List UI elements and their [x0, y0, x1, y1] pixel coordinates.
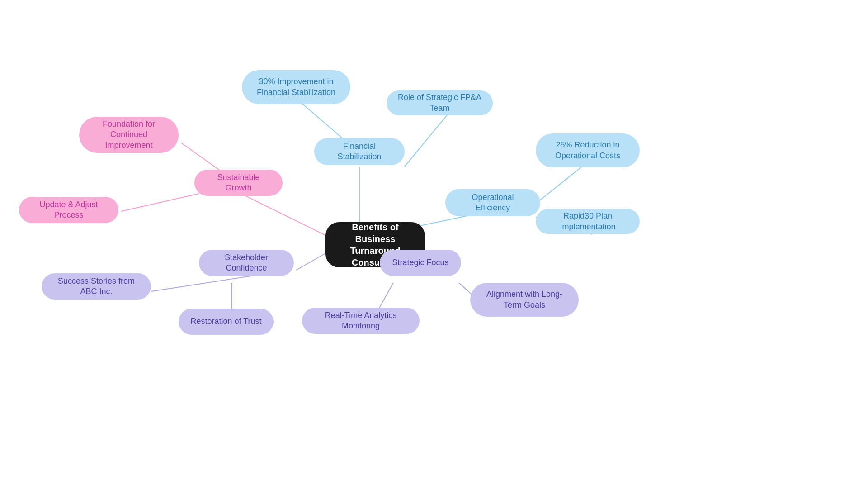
sustainable-growth-node: Sustainable Growth	[194, 170, 283, 196]
restoration-trust-node: Restoration of Trust	[179, 309, 274, 335]
operational-efficiency-node: Operational Efficiency	[445, 189, 540, 216]
alignment-longterm-node: Alignment with Long-Term Goals	[470, 283, 579, 317]
svg-line-6	[241, 194, 326, 235]
role-fp-and-a-node: Role of Strategic FP&A Team	[387, 90, 493, 115]
rapid30-node: Rapid30 Plan Implementation	[536, 209, 640, 234]
reduction-operational-costs-node: 25% Reduction in Operational Costs	[536, 133, 640, 167]
real-time-analytics-node: Real-Time Analytics Monitoring	[302, 308, 420, 334]
svg-line-8	[121, 194, 199, 211]
success-stories-node: Success Stories from ABC Inc.	[42, 273, 151, 300]
stakeholder-confidence-node: Stakeholder Confidence	[199, 250, 294, 276]
svg-line-10	[151, 276, 251, 291]
financial-stabilization-node: Financial Stabilization	[314, 138, 405, 165]
svg-line-2	[405, 114, 448, 167]
svg-line-9	[296, 253, 326, 270]
foundation-continued-node: Foundation for Continued Improvement	[79, 117, 179, 153]
update-adjust-node: Update & Adjust Process	[19, 197, 118, 223]
strategic-focus-node: Strategic Focus	[380, 250, 461, 276]
improvement-financial-node: 30% Improvement in Financial Stabilizati…	[242, 70, 350, 104]
